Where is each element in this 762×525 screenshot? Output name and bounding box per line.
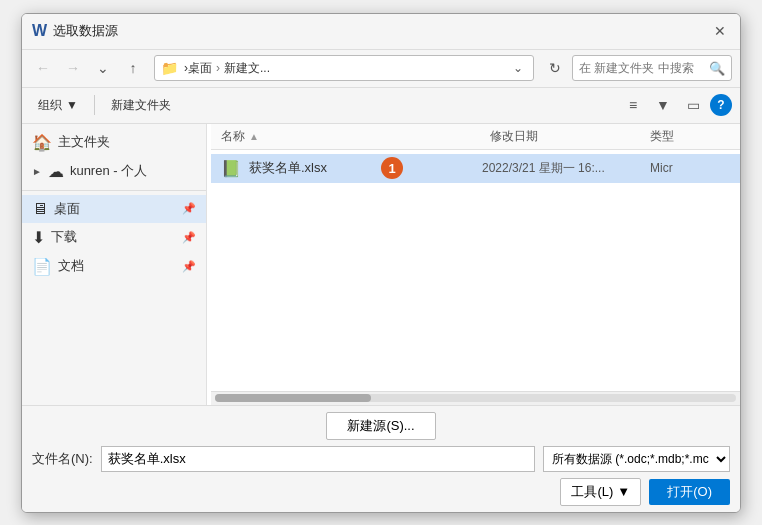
file-name-row: 文件名(N): 所有数据源 (*.odc;*.mdb;*.mc [32,446,730,472]
word-icon: W [32,22,47,40]
sort-icon: ▲ [249,131,259,142]
view-list-button[interactable]: ≡ [620,92,646,118]
docs-pin-icon: 📌 [182,260,196,273]
folder-icon: 📁 [161,60,178,76]
col-type-label: 类型 [650,129,674,143]
table-row[interactable]: 📗 获奖名单.xlsx 2022/3/21 星期一 16:... Micr 1 [211,154,740,183]
close-button[interactable]: ✕ [710,21,730,41]
sidebar-item-home-label: 主文件夹 [58,133,110,151]
help-button[interactable]: ? [710,94,732,116]
col-name-header[interactable]: 名称 ▲ [221,128,490,145]
sidebar-item-kunren-label: kunren - 个人 [70,162,147,180]
back-button[interactable]: ← [30,55,56,81]
breadcrumb-desktop: 桌面 [188,60,212,77]
breadcrumb-sep: › [216,61,220,75]
download-pin-icon: 📌 [182,231,196,244]
up-button[interactable]: ↑ [120,55,146,81]
file-name-cell: 获奖名单.xlsx [249,159,474,177]
sidebar-item-download[interactable]: ⬇ 下载 📌 [22,223,206,252]
sidebar-item-download-label: 下载 [51,228,77,246]
col-name-label: 名称 [221,128,245,145]
breadcrumb-folder: 新建文... [224,60,270,77]
col-date-header[interactable]: 修改日期 [490,128,650,145]
toolbar: 组织 ▼ 新建文件夹 ≡ ▼ ▭ ? [22,88,740,124]
docs-icon: 📄 [32,257,52,276]
sidebar-item-docs-label: 文档 [58,257,84,275]
bottom-bar: 新建源(S)... 文件名(N): 所有数据源 (*.odc;*.mdb;*.m… [22,405,740,512]
main-content: 🏠 主文件夹 ► ☁ kunren - 个人 🖥 桌面 📌 ⬇ 下载 📌 📄 [22,124,740,405]
recent-dropdown-button[interactable]: ⌄ [90,55,116,81]
cloud-icon: ☁ [48,162,64,181]
desktop-icon: 🖥 [32,200,48,218]
new-folder-label: 新建文件夹 [111,97,171,114]
file-area: 名称 ▲ 修改日期 类型 📗 获奖名单.xlsx 2022/3/21 星期一 1… [211,124,740,405]
forward-button[interactable]: → [60,55,86,81]
breadcrumb-bar[interactable]: 📁 › 桌面 › 新建文... ⌄ [154,55,534,81]
file-name-input[interactable] [101,446,535,472]
organize-button[interactable]: 组织 ▼ [30,94,86,117]
toolbar-right: ≡ ▼ ▭ ? [620,92,732,118]
scrollbar-track[interactable] [215,394,736,402]
dialog: W 选取数据源 ✕ ← → ⌄ ↑ 📁 › 桌面 › 新建文... ⌄ ↻ 🔍 … [21,13,741,513]
tools-label: 工具(L) [571,483,613,501]
file-badge: 1 [381,157,403,179]
titlebar: W 选取数据源 ✕ [22,14,740,50]
col-date-label: 修改日期 [490,129,538,143]
open-button[interactable]: 打开(O) [649,479,730,505]
file-type-cell: Micr [650,161,730,175]
file-type-select[interactable]: 所有数据源 (*.odc;*.mdb;*.mc [543,446,730,472]
sidebar-item-kunren[interactable]: ► ☁ kunren - 个人 [22,157,206,186]
scrollbar-area[interactable] [211,391,740,405]
search-input[interactable] [579,61,709,75]
tools-arrow-icon: ▼ [617,484,630,499]
new-folder-button[interactable]: 新建文件夹 [103,94,179,117]
new-source-button[interactable]: 新建源(S)... [326,412,435,440]
sidebar: 🏠 主文件夹 ► ☁ kunren - 个人 🖥 桌面 📌 ⬇ 下载 📌 📄 [22,124,207,405]
organize-label: 组织 [38,97,62,114]
dialog-title: 选取数据源 [53,22,710,40]
sidebar-item-home[interactable]: 🏠 主文件夹 [22,128,206,157]
file-date-cell: 2022/3/21 星期一 16:... [482,160,642,177]
scrollbar-thumb[interactable] [215,394,371,402]
sidebar-item-desktop[interactable]: 🖥 桌面 📌 [22,195,206,223]
search-bar[interactable]: 🔍 [572,55,732,81]
view-details-button[interactable]: ▭ [680,92,706,118]
navbar: ← → ⌄ ↑ 📁 › 桌面 › 新建文... ⌄ ↻ 🔍 [22,50,740,88]
tools-button[interactable]: 工具(L) ▼ [560,478,641,506]
file-list-header: 名称 ▲ 修改日期 类型 [211,124,740,150]
new-source-row: 新建源(S)... [32,412,730,440]
expand-icon: ► [32,166,42,177]
file-name-label: 文件名(N): [32,450,93,468]
search-icon: 🔍 [709,61,725,76]
refresh-button[interactable]: ↻ [542,55,568,81]
download-icon: ⬇ [32,228,45,247]
sidebar-item-docs[interactable]: 📄 文档 📌 [22,252,206,281]
tools-row: 工具(L) ▼ 打开(O) [32,478,730,506]
view-dropdown-button[interactable]: ▼ [650,92,676,118]
home-icon: 🏠 [32,133,52,152]
desktop-pin-icon: 📌 [182,202,196,215]
organize-arrow-icon: ▼ [66,98,78,112]
col-type-header[interactable]: 类型 [650,128,730,145]
sidebar-item-desktop-label: 桌面 [54,200,80,218]
file-list: 📗 获奖名单.xlsx 2022/3/21 星期一 16:... Micr 1 [211,150,740,391]
xlsx-file-icon: 📗 [221,159,241,178]
toolbar-separator [94,95,95,115]
breadcrumb-dropdown-icon[interactable]: ⌄ [509,61,527,75]
sidebar-divider [22,190,206,191]
